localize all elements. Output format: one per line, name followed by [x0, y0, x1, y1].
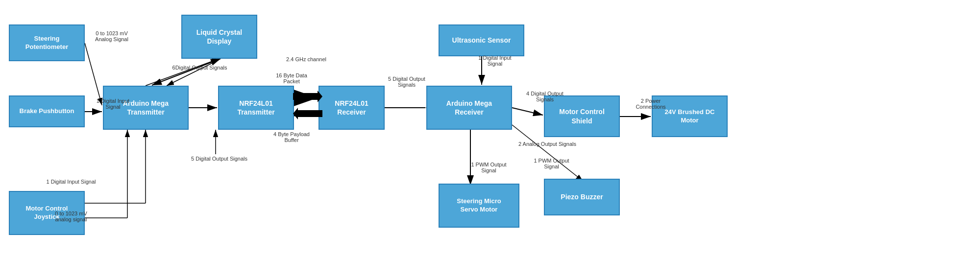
- bidir-arrows-svg: [293, 91, 322, 132]
- steering-potentiometer-block: Steering Potentiometer: [9, 24, 85, 61]
- signal-4digital-out: 4 Digital OutputSignals: [515, 91, 574, 102]
- nrf-rx-block: NRF24L01Receiver: [318, 86, 385, 130]
- svg-line-20: [512, 108, 543, 115]
- signal-brake-digital: 1 Digital InputSignal: [87, 98, 139, 110]
- piezo-buzzer-block: Piezo Buzzer: [544, 179, 620, 215]
- svg-line-13: [152, 59, 220, 85]
- brake-pushbutton-block: Brake Pushbutton: [9, 95, 85, 127]
- signal-analog-steer: 0 to 1023 mVAnalog Signal: [87, 30, 136, 42]
- signal-2analog-out: 2 Analog Output Signals: [515, 141, 579, 147]
- signal-lcd-digital: 6Digital Output Signals: [162, 65, 238, 71]
- svg-line-4: [85, 43, 102, 105]
- nrf-tx-block: NRF24L01Transmitter: [218, 86, 294, 130]
- diagram: Steering Potentiometer Brake Pushbutton …: [0, 0, 980, 259]
- signal-pwm-buzzer: 1 PWM OutputSignal: [523, 158, 580, 169]
- signal-4byte: 4 Byte PayloadBuffer: [265, 131, 318, 143]
- svg-line-10: [146, 59, 219, 86]
- signal-24ghz: 2.4 GHz channel: [277, 56, 336, 62]
- svg-marker-25: [293, 108, 322, 119]
- lcd-block: Liquid CrystalDisplay: [181, 15, 257, 59]
- arduino-rx-block: Arduino MegaReceiver: [426, 86, 512, 130]
- signal-joystick-analog: 0 to 1023 mVanalog signal: [39, 211, 103, 222]
- signal-arduino-nrf-digital: 5 Digital Output Signals: [181, 156, 257, 162]
- signal-pwm-servo: 1 PWM OutputSignal: [461, 162, 517, 173]
- steering-servo-block: Steering MicroServo Motor: [439, 184, 519, 228]
- signal-5digital-out: 5 Digital OutputSignals: [375, 76, 439, 88]
- signal-1digital-in: 1 Digital InputSignal: [468, 55, 522, 67]
- svg-marker-24: [293, 91, 322, 102]
- signal-joystick-digital: 1 Digital Input Signal: [39, 179, 103, 185]
- signal-2power: 2 PowerConnections: [626, 98, 675, 110]
- svg-line-12: [167, 60, 219, 86]
- signal-16byte: 16 Byte DataPacket: [265, 72, 318, 84]
- ultrasonic-block: Ultrasonic Sensor: [439, 24, 524, 56]
